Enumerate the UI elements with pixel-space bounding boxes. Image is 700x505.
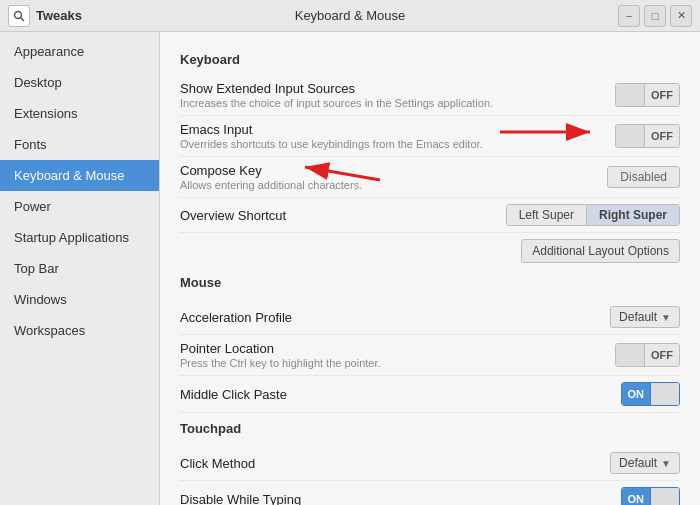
pointer-location-label: Pointer Location <box>180 341 615 356</box>
titlebar: Tweaks Keyboard & Mouse − □ ✕ <box>0 0 700 32</box>
toggle-off-label-pointer: OFF <box>644 344 679 366</box>
sidebar-label-power: Power <box>14 199 51 214</box>
sidebar-item-startup[interactable]: Startup Applications <box>0 222 159 253</box>
sidebar-label-startup: Startup Applications <box>14 230 129 245</box>
disable-typing-label-block: Disable While Typing <box>180 492 621 506</box>
close-button[interactable]: ✕ <box>670 5 692 27</box>
click-method-dropdown[interactable]: Default ▼ <box>610 452 680 474</box>
sidebar: Appearance Desktop Extensions Fonts Keyb… <box>0 32 160 505</box>
toggle-on-label-typing: ON <box>622 488 652 505</box>
compose-key-row: Compose Key Allows entering additional c… <box>180 157 680 198</box>
content-area: Keyboard Show Extended Input Sources Inc… <box>160 32 700 505</box>
minimize-button[interactable]: − <box>618 5 640 27</box>
additional-layout-button[interactable]: Additional Layout Options <box>521 239 680 263</box>
pointer-location-toggle[interactable]: OFF <box>615 343 680 367</box>
show-extended-row: Show Extended Input Sources Increases th… <box>180 75 680 116</box>
click-method-row: Click Method Default ▼ <box>180 446 680 481</box>
sidebar-item-extensions[interactable]: Extensions <box>0 98 159 129</box>
sidebar-label-topbar: Top Bar <box>14 261 59 276</box>
sidebar-label-keyboard-mouse: Keyboard & Mouse <box>14 168 125 183</box>
disable-typing-label: Disable While Typing <box>180 492 621 506</box>
dropdown-arrow-icon: ▼ <box>661 312 671 323</box>
search-icon <box>13 10 25 22</box>
middle-click-row: Middle Click Paste ON <box>180 376 680 413</box>
show-extended-control: OFF <box>615 83 680 107</box>
sidebar-item-workspaces[interactable]: Workspaces <box>0 315 159 346</box>
keyboard-section-header: Keyboard <box>180 52 680 67</box>
emacs-row: Emacs Input Overrides shortcuts to use k… <box>180 116 680 157</box>
search-button[interactable] <box>8 5 30 27</box>
click-method-control: Default ▼ <box>610 452 680 474</box>
click-method-label-block: Click Method <box>180 456 610 471</box>
toggle-off-label-emacs: OFF <box>644 125 679 147</box>
sidebar-label-workspaces: Workspaces <box>14 323 85 338</box>
disable-typing-toggle[interactable]: ON <box>621 487 681 505</box>
toggle-off-label: OFF <box>644 84 679 106</box>
accel-profile-label: Acceleration Profile <box>180 310 610 325</box>
accel-profile-row: Acceleration Profile Default ▼ <box>180 300 680 335</box>
sidebar-label-appearance: Appearance <box>14 44 84 59</box>
right-super-button[interactable]: Right Super <box>587 205 679 225</box>
maximize-button[interactable]: □ <box>644 5 666 27</box>
sidebar-label-windows: Windows <box>14 292 67 307</box>
accel-profile-label-block: Acceleration Profile <box>180 310 610 325</box>
super-button-group: Left Super Right Super <box>506 204 680 226</box>
overview-shortcut-label-block: Overview Shortcut <box>180 208 506 223</box>
emacs-toggle[interactable]: OFF <box>615 124 680 148</box>
compose-key-desc: Allows entering additional characters. <box>180 179 607 191</box>
mouse-section-header: Mouse <box>180 275 680 290</box>
sidebar-item-keyboard-mouse[interactable]: Keyboard & Mouse <box>0 160 159 191</box>
dropdown-arrow-click-icon: ▼ <box>661 458 671 469</box>
sidebar-label-desktop: Desktop <box>14 75 62 90</box>
titlebar-left: Tweaks <box>8 5 82 27</box>
sidebar-label-fonts: Fonts <box>14 137 47 152</box>
middle-click-label: Middle Click Paste <box>180 387 621 402</box>
click-method-label: Click Method <box>180 456 610 471</box>
main-layout: Appearance Desktop Extensions Fonts Keyb… <box>0 32 700 505</box>
overview-shortcut-label: Overview Shortcut <box>180 208 506 223</box>
accel-profile-dropdown[interactable]: Default ▼ <box>610 306 680 328</box>
svg-point-0 <box>15 11 22 18</box>
accel-profile-value: Default <box>619 310 657 324</box>
emacs-label: Emacs Input <box>180 122 615 137</box>
window-title: Keyboard & Mouse <box>295 8 406 23</box>
compose-key-button[interactable]: Disabled <box>607 166 680 188</box>
emacs-desc: Overrides shortcuts to use keybindings f… <box>180 138 615 150</box>
compose-key-control: Disabled <box>607 166 680 188</box>
sidebar-item-desktop[interactable]: Desktop <box>0 67 159 98</box>
click-method-value: Default <box>619 456 657 470</box>
show-extended-label-block: Show Extended Input Sources Increases th… <box>180 81 615 109</box>
window-controls: − □ ✕ <box>618 5 692 27</box>
accel-profile-control: Default ▼ <box>610 306 680 328</box>
sidebar-item-windows[interactable]: Windows <box>0 284 159 315</box>
sidebar-item-fonts[interactable]: Fonts <box>0 129 159 160</box>
pointer-location-control: OFF <box>615 343 680 367</box>
toggle-track-middle <box>651 383 679 405</box>
pointer-location-row: Pointer Location Press the Ctrl key to h… <box>180 335 680 376</box>
emacs-control: OFF <box>615 124 680 148</box>
toggle-track-pointer <box>616 344 644 366</box>
show-extended-toggle[interactable]: OFF <box>615 83 680 107</box>
middle-click-label-block: Middle Click Paste <box>180 387 621 402</box>
compose-key-label: Compose Key <box>180 163 607 178</box>
overview-shortcut-control: Left Super Right Super <box>506 204 680 226</box>
toggle-track-emacs <box>616 125 644 147</box>
show-extended-label: Show Extended Input Sources <box>180 81 615 96</box>
svg-line-1 <box>21 18 24 21</box>
overview-shortcut-row: Overview Shortcut Left Super Right Super <box>180 198 680 233</box>
show-extended-desc: Increases the choice of input sources in… <box>180 97 615 109</box>
sidebar-item-appearance[interactable]: Appearance <box>0 36 159 67</box>
pointer-location-label-block: Pointer Location Press the Ctrl key to h… <box>180 341 615 369</box>
additional-layout-row: Additional Layout Options <box>180 233 680 267</box>
sidebar-item-topbar[interactable]: Top Bar <box>0 253 159 284</box>
toggle-track <box>616 84 644 106</box>
app-name: Tweaks <box>36 8 82 23</box>
sidebar-item-power[interactable]: Power <box>0 191 159 222</box>
middle-click-toggle[interactable]: ON <box>621 382 681 406</box>
emacs-label-block: Emacs Input Overrides shortcuts to use k… <box>180 122 615 150</box>
compose-key-label-block: Compose Key Allows entering additional c… <box>180 163 607 191</box>
disable-typing-control: ON <box>621 487 681 505</box>
toggle-track-typing <box>651 488 679 505</box>
disable-typing-row: Disable While Typing ON <box>180 481 680 505</box>
left-super-button[interactable]: Left Super <box>507 205 587 225</box>
